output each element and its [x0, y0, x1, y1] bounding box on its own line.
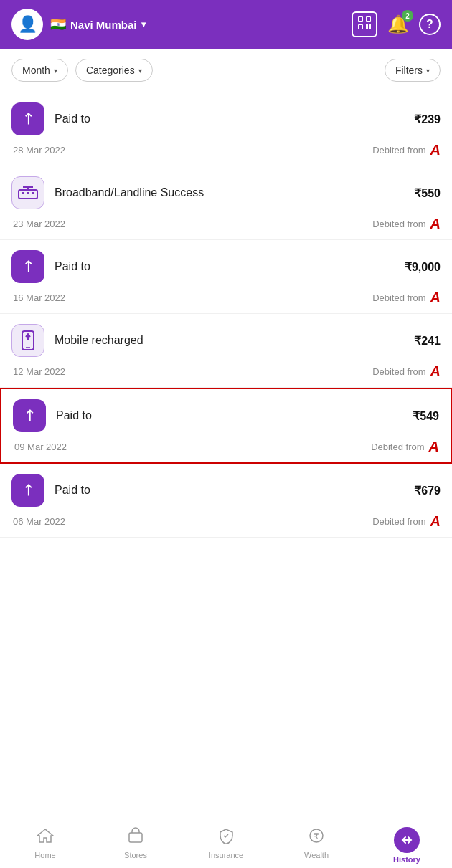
- svg-rect-8: [366, 27, 368, 29]
- tx-top-row: ↗ Paid to ₹239: [11, 102, 441, 143]
- arrow-up-right-icon: ↗: [17, 108, 39, 130]
- transaction-list: ↗ Paid to ₹239 28 Mar 2022 Debited from …: [0, 92, 452, 821]
- tx-bottom-row: 23 Mar 2022 Debited from A: [11, 216, 441, 239]
- tx-top-row: ↗ Paid to ₹9,000: [11, 250, 441, 290]
- nav-item-home[interactable]: Home: [0, 827, 90, 864]
- categories-filter-label: Categories: [86, 65, 135, 76]
- transaction-item[interactable]: ↗ Paid to ₹239 28 Mar 2022 Debited from …: [0, 92, 452, 166]
- svg-text:₹: ₹: [314, 831, 319, 841]
- tx-arrow-icon-circle: ↗: [13, 399, 46, 432]
- axis-bank-logo: A: [430, 143, 441, 157]
- svg-rect-3: [367, 17, 370, 21]
- stores-icon: [127, 827, 144, 849]
- tx-bottom-row: 12 Mar 2022 Debited from A: [11, 364, 441, 387]
- nav-item-insurance[interactable]: Insurance: [181, 827, 271, 864]
- debit-from-label: Debited from: [372, 145, 425, 156]
- tx-arrow-icon-circle: ↗: [11, 474, 44, 507]
- nav-insurance-label: Insurance: [209, 851, 243, 859]
- debit-from-label: Debited from: [372, 516, 425, 527]
- notification-button[interactable]: 🔔 2: [387, 14, 409, 34]
- nav-stores-label: Stores: [124, 851, 147, 859]
- month-chevron-icon: ▾: [54, 67, 57, 75]
- wealth-icon: ₹: [308, 827, 325, 849]
- tx-debit-info: Debited from A: [372, 290, 441, 305]
- tx-debit-info: Debited from A: [372, 216, 441, 231]
- tx-date: 23 Mar 2022: [13, 219, 65, 229]
- transaction-item-highlighted[interactable]: ↗ Paid to ₹549 09 Mar 2022 Debited from …: [0, 388, 452, 464]
- transaction-item[interactable]: ↗ Paid to ₹679 06 Mar 2022 Debited from …: [0, 464, 452, 538]
- avatar[interactable]: 👤: [11, 9, 43, 40]
- debit-from-label: Debited from: [371, 442, 424, 452]
- nav-item-stores[interactable]: Stores: [90, 827, 181, 864]
- nav-wealth-label: Wealth: [304, 851, 329, 859]
- home-icon: [36, 827, 55, 849]
- help-button[interactable]: ?: [419, 14, 441, 35]
- header-left: 👤 🇮🇳 Navi Mumbai ▾: [11, 9, 146, 40]
- avatar-icon: 👤: [18, 15, 37, 34]
- svg-rect-6: [366, 24, 368, 27]
- app-header: 👤 🇮🇳 Navi Mumbai ▾: [0, 0, 452, 49]
- svg-rect-13: [22, 192, 24, 194]
- tx-date: 12 Mar 2022: [13, 366, 65, 377]
- transaction-item[interactable]: ↗ Paid to ₹9,000 16 Mar 2022 Debited fro…: [0, 240, 452, 314]
- tx-date: 28 Mar 2022: [13, 145, 65, 156]
- transaction-item[interactable]: Mobile recharged ₹241 12 Mar 2022 Debite…: [0, 314, 452, 388]
- tx-arrow-icon-circle: ↗: [11, 102, 44, 135]
- month-filter[interactable]: Month ▾: [11, 59, 68, 82]
- location-label: Navi Mumbai: [70, 19, 137, 31]
- svg-rect-14: [27, 192, 29, 194]
- history-icon-circle: [394, 827, 420, 853]
- tx-label: Mobile recharged: [55, 334, 404, 347]
- location-selector[interactable]: 🇮🇳 Navi Mumbai ▾: [50, 16, 146, 32]
- tx-arrow-icon-circle: ↗: [11, 250, 44, 283]
- nav-item-wealth[interactable]: ₹ Wealth: [271, 827, 362, 864]
- transaction-item[interactable]: Broadband/Landline Success ₹550 23 Mar 2…: [0, 166, 452, 240]
- tx-label: Broadband/Landline Success: [55, 186, 404, 199]
- svg-rect-19: [129, 833, 142, 842]
- tx-amount: ₹679: [414, 484, 441, 497]
- categories-filter[interactable]: Categories ▾: [75, 59, 153, 82]
- tx-top-row: Broadband/Landline Success ₹550: [11, 176, 441, 216]
- tx-amount: ₹241: [414, 334, 441, 348]
- tx-bottom-row: 28 Mar 2022 Debited from A: [11, 143, 441, 166]
- debit-from-label: Debited from: [372, 219, 425, 229]
- tx-mobile-icon-circle: [11, 324, 44, 357]
- arrow-up-right-icon: ↗: [18, 404, 40, 426]
- tx-amount: ₹550: [414, 186, 441, 200]
- axis-bank-logo: A: [430, 364, 441, 378]
- nav-item-history[interactable]: History: [362, 827, 452, 864]
- debit-from-label: Debited from: [372, 292, 425, 303]
- qr-button[interactable]: [352, 11, 377, 37]
- arrow-up-right-icon: ↗: [17, 255, 39, 277]
- svg-rect-1: [359, 17, 362, 21]
- location-chevron-icon: ▾: [141, 19, 146, 29]
- flag-icon: 🇮🇳: [50, 16, 66, 32]
- tx-date: 06 Mar 2022: [13, 516, 65, 527]
- insurance-icon: [217, 827, 235, 849]
- svg-rect-5: [359, 25, 362, 29]
- tx-amount: ₹549: [413, 409, 439, 423]
- filters-button[interactable]: Filters ▾: [385, 59, 441, 82]
- svg-rect-7: [369, 24, 371, 27]
- tx-label: Paid to: [55, 113, 404, 125]
- svg-rect-15: [32, 192, 34, 194]
- filter-bar: Month ▾ Categories ▾ Filters ▾: [0, 49, 452, 92]
- notification-badge: 2: [402, 10, 413, 22]
- arrow-up-right-icon: ↗: [17, 479, 39, 501]
- tx-amount: ₹9,000: [405, 260, 441, 274]
- axis-bank-logo: A: [430, 290, 441, 305]
- tx-label: Paid to: [56, 409, 402, 422]
- bottom-nav: Home Stores Insurance ₹ Wealth: [0, 821, 452, 868]
- qr-icon: [357, 15, 372, 34]
- tx-top-row: Mobile recharged ₹241: [11, 324, 441, 364]
- nav-home-label: Home: [34, 851, 55, 859]
- month-filter-label: Month: [22, 65, 50, 76]
- help-icon: ?: [426, 18, 433, 31]
- svg-rect-9: [369, 27, 371, 29]
- tx-date: 16 Mar 2022: [13, 292, 65, 303]
- filters-label: Filters: [395, 65, 423, 76]
- tx-top-row: ↗ Paid to ₹679: [11, 474, 441, 514]
- header-right: 🔔 2 ?: [352, 11, 441, 37]
- tx-bottom-row: 06 Mar 2022 Debited from A: [11, 514, 441, 537]
- tx-debit-info: Debited from A: [372, 364, 441, 378]
